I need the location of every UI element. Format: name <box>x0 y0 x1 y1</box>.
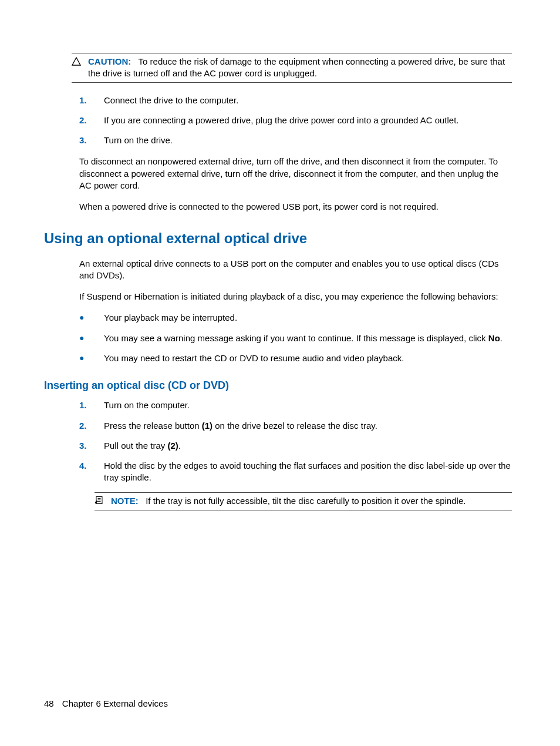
step-item: 3. Pull out the tray (2). <box>79 440 512 452</box>
paragraph-suspend-behaviors: If Suspend or Hibernation is initiated d… <box>79 291 512 303</box>
bold-no: No <box>488 333 500 343</box>
caution-text: CAUTION: To reduce the risk of damage to… <box>88 56 512 80</box>
note-page-icon <box>95 496 105 508</box>
steps-list-1: 1. Connect the drive to the computer. 2.… <box>79 95 512 147</box>
heading-inserting-disc: Inserting an optical disc (CD or DVD) <box>44 378 512 392</box>
paragraph-powered-usb: When a powered drive is connected to the… <box>79 201 512 213</box>
bullet-item: ● You may see a warning message asking i… <box>79 332 512 344</box>
svg-rect-0 <box>96 496 102 503</box>
bold-ref-2: (2) <box>167 441 178 451</box>
caution-triangle-icon <box>72 57 82 69</box>
bullet-text: Your playback may be interrupted. <box>104 312 512 324</box>
step-number: 4. <box>79 460 104 472</box>
note-box: NOTE: If the tray is not fully accessibl… <box>95 492 512 510</box>
bullet-item: ● You may need to restart the CD or DVD … <box>79 352 512 364</box>
caution-box: CAUTION: To reduce the risk of damage to… <box>72 53 512 83</box>
page-footer: 48 Chapter 6 External devices <box>44 698 168 710</box>
page-number: 48 <box>44 698 54 708</box>
step-number: 2. <box>79 420 104 432</box>
step-item: 2. If you are connecting a powered drive… <box>79 115 512 126</box>
bullet-list: ● Your playback may be interrupted. ● Yo… <box>79 312 512 364</box>
step-text: If you are connecting a powered drive, p… <box>104 115 512 126</box>
chapter-label: Chapter 6 External devices <box>62 698 168 708</box>
step-text: Pull out the tray (2). <box>104 440 512 452</box>
step-item: 1. Connect the drive to the computer. <box>79 95 512 106</box>
step-text: Turn on the drive. <box>104 135 512 146</box>
step-number: 2. <box>79 115 104 126</box>
bullet-item: ● Your playback may be interrupted. <box>79 312 512 324</box>
bullet-icon: ● <box>79 332 104 344</box>
paragraph-optical-intro: An external optical drive connects to a … <box>79 258 512 282</box>
step-number: 3. <box>79 135 104 146</box>
step-text: Connect the drive to the computer. <box>104 95 512 106</box>
steps-list-2: 1. Turn on the computer. 2. Press the re… <box>79 399 512 483</box>
bullet-text: You may see a warning message asking if … <box>104 332 512 344</box>
step-item: 2. Press the release button (1) on the d… <box>79 420 512 432</box>
heading-using-optical-drive: Using an optional external optical drive <box>44 229 512 248</box>
step-item: 4. Hold the disc by the edges to avoid t… <box>79 460 512 484</box>
paragraph-disconnect: To disconnect an nonpowered external dri… <box>79 156 512 191</box>
caution-label: CAUTION: <box>88 56 131 66</box>
note-body: If the tray is not fully accessible, til… <box>146 496 465 506</box>
bold-ref-1: (1) <box>202 421 212 431</box>
step-item: 3. Turn on the drive. <box>79 135 512 146</box>
step-item: 1. Turn on the computer. <box>79 399 512 411</box>
note-label: NOTE: <box>111 496 139 506</box>
caution-body: To reduce the risk of damage to the equi… <box>88 56 505 78</box>
bullet-text: You may need to restart the CD or DVD to… <box>104 352 512 364</box>
note-text: NOTE: If the tray is not fully accessibl… <box>111 495 465 507</box>
bullet-icon: ● <box>79 352 104 364</box>
bullet-icon: ● <box>79 312 104 324</box>
step-text: Turn on the computer. <box>104 399 512 411</box>
step-text: Press the release button (1) on the driv… <box>104 420 512 432</box>
document-page: CAUTION: To reduce the risk of damage to… <box>0 0 560 746</box>
step-number: 1. <box>79 399 104 411</box>
step-number: 1. <box>79 95 104 106</box>
step-number: 3. <box>79 440 104 452</box>
step-text: Hold the disc by the edges to avoid touc… <box>104 460 512 484</box>
